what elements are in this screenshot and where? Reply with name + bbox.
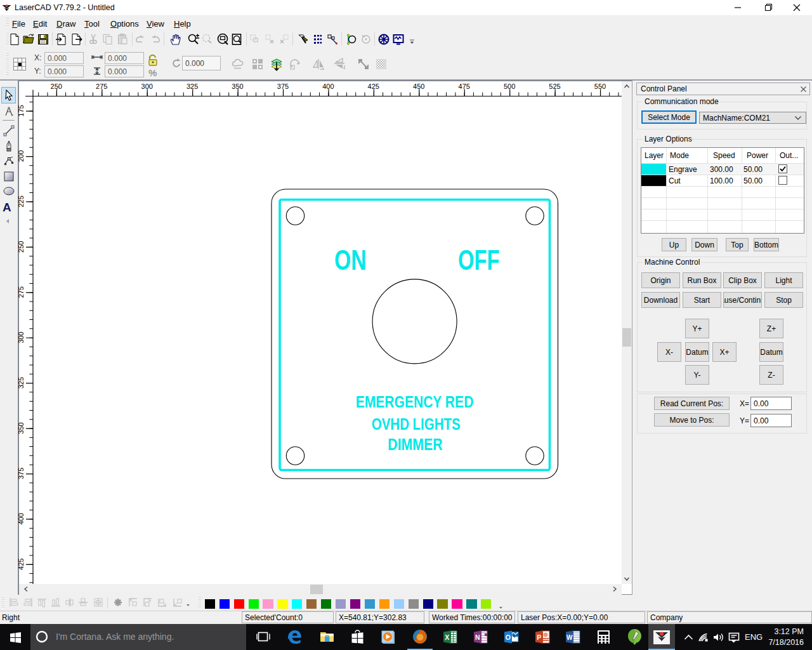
svg-text:225: 225 [17, 196, 25, 207]
svg-text:375: 375 [17, 468, 25, 479]
svg-text:N: N [475, 633, 480, 641]
svg-text:400: 400 [17, 513, 25, 524]
svg-text:550: 550 [594, 83, 606, 90]
svg-text:275: 275 [17, 286, 25, 298]
svg-text:175: 175 [17, 105, 25, 116]
svg-text:475: 475 [459, 83, 470, 90]
svg-text:350: 350 [232, 83, 243, 90]
svg-text:425: 425 [17, 559, 25, 570]
svg-text:OVHD LIGHTS: OVHD LIGHTS [372, 415, 461, 434]
svg-text:OFF: OFF [458, 244, 500, 275]
svg-text:500: 500 [504, 83, 515, 90]
svg-text:W: W [566, 634, 573, 641]
svg-text:275: 275 [96, 83, 107, 90]
svg-text:O: O [506, 633, 511, 641]
svg-text:425: 425 [368, 83, 379, 90]
svg-text:300: 300 [17, 332, 25, 343]
svg-text:325: 325 [17, 377, 25, 388]
svg-text:EMERGENCY RED: EMERGENCY RED [356, 392, 474, 411]
svg-text:350: 350 [17, 422, 25, 434]
svg-text:P: P [537, 633, 541, 641]
svg-text:300: 300 [141, 83, 153, 90]
svg-text:250: 250 [51, 83, 62, 90]
svg-text:X: X [445, 633, 449, 641]
svg-text:375: 375 [277, 83, 289, 90]
svg-text:525: 525 [549, 83, 560, 90]
svg-text:200: 200 [17, 150, 25, 162]
svg-text:325: 325 [187, 83, 198, 90]
svg-text:ON: ON [334, 244, 367, 275]
svg-text:DIMMER: DIMMER [388, 435, 442, 454]
svg-text:400: 400 [322, 83, 334, 90]
svg-text:450: 450 [413, 83, 424, 90]
svg-text:250: 250 [17, 241, 25, 253]
